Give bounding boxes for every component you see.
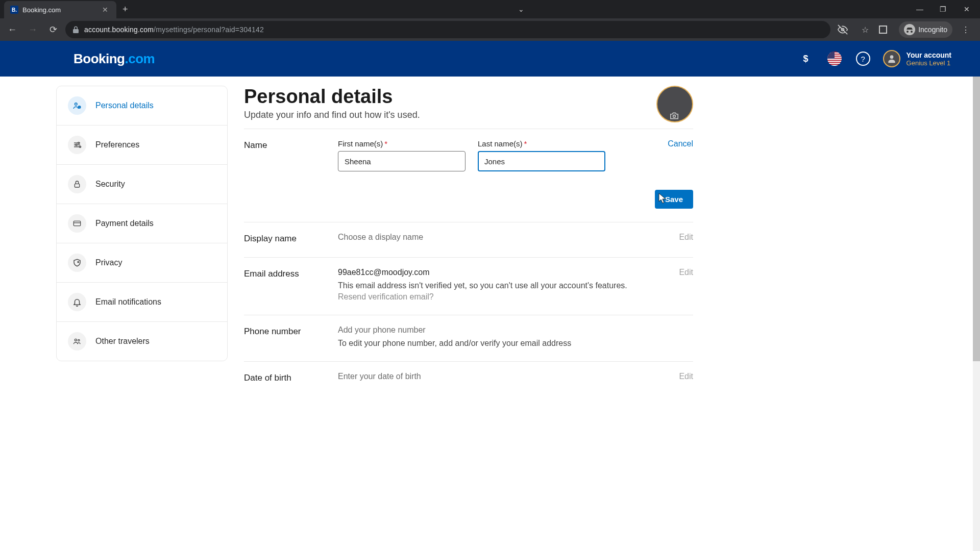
help-button[interactable]: ? [854, 50, 872, 67]
browser-tab[interactable]: B. Booking.com ✕ [4, 1, 116, 18]
phone-helper: To edit your phone number, add and/or ve… [338, 339, 643, 348]
back-button[interactable]: ← [4, 21, 20, 38]
first-name-input[interactable] [338, 151, 465, 171]
svg-point-10 [78, 261, 79, 262]
save-button-label: Save [665, 195, 683, 204]
section-label-dob: Date of birth [244, 372, 334, 383]
shield-icon [68, 254, 86, 272]
browser-toolbar: ← → ⟳ account.booking.com/mysettings/per… [0, 18, 980, 41]
bell-icon [68, 293, 86, 311]
user-plus-icon [68, 96, 86, 115]
lock-icon [72, 26, 79, 33]
svg-point-3 [75, 103, 78, 106]
edit-email[interactable]: Edit [679, 268, 693, 277]
section-phone: Phone number Add your phone number To ed… [244, 315, 693, 361]
sliders-icon [68, 136, 86, 154]
sidebar-item-payment[interactable]: Payment details [57, 204, 227, 243]
sidebar-item-preferences[interactable]: Preferences [57, 126, 227, 165]
save-button[interactable]: Save [655, 190, 693, 209]
sidebar-item-label: Preferences [95, 140, 139, 149]
sidebar-item-security[interactable]: Security [57, 165, 227, 204]
scrollbar-thumb[interactable] [973, 77, 980, 361]
svg-point-7 [80, 146, 81, 147]
url-text: account.booking.com/mysettings/personal?… [84, 26, 264, 34]
account-menu[interactable]: Your account Genius Level 1 [883, 50, 951, 67]
eye-off-icon[interactable] [838, 24, 852, 35]
display-name-placeholder: Choose a display name [338, 233, 423, 241]
browser-chrome: B. Booking.com ✕ + ⌄ ― ❐ ✕ ← → ⟳ account… [0, 0, 980, 41]
close-icon[interactable]: ✕ [100, 6, 110, 14]
favicon: B. [10, 6, 18, 14]
section-dob: Date of birth Enter your date of birth E… [244, 361, 693, 396]
svg-point-5 [78, 142, 80, 144]
settings-sidebar: Personal details Preferences Security Pa… [56, 86, 228, 361]
svg-rect-9 [74, 221, 80, 226]
incognito-indicator[interactable]: Incognito [899, 21, 952, 38]
svg-rect-1 [879, 26, 887, 33]
edit-dob[interactable]: Edit [679, 372, 693, 381]
account-name: Your account [906, 51, 951, 59]
resend-verification-link[interactable]: Resend verification email? [338, 292, 643, 302]
tab-bar: B. Booking.com ✕ + ⌄ ― ❐ ✕ [0, 0, 980, 18]
section-display-name: Display name Choose a display name Edit [244, 222, 693, 257]
email-helper: This email address isn't verified yet, s… [338, 281, 643, 290]
section-label-phone: Phone number [244, 325, 334, 337]
logo[interactable]: Booking.com [74, 51, 155, 67]
avatar [883, 50, 900, 67]
tabs-dropdown-icon[interactable]: ⌄ [513, 5, 529, 13]
section-label-name: Name [244, 139, 334, 151]
phone-placeholder: Add your phone number [338, 325, 643, 335]
incognito-icon [904, 24, 915, 35]
language-button[interactable] [826, 50, 843, 67]
sidebar-item-other-travelers[interactable]: Other travelers [57, 322, 227, 361]
section-email: Email address 99ae81cc@moodjoy.com This … [244, 257, 693, 315]
dob-placeholder: Enter your date of birth [338, 372, 421, 381]
profile-photo-button[interactable] [656, 86, 693, 122]
email-value: 99ae81cc@moodjoy.com [338, 268, 643, 277]
minimize-button[interactable]: ― [909, 1, 931, 17]
extensions-icon[interactable] [878, 25, 893, 34]
last-name-label: Last name(s)* [478, 139, 605, 148]
edit-display-name[interactable]: Edit [679, 233, 693, 241]
svg-point-13 [673, 115, 676, 117]
currency-button[interactable]: $ [797, 50, 815, 67]
section-name: Name First name(s)* Last name(s)* [244, 129, 693, 222]
svg-point-6 [76, 144, 77, 146]
section-label-email: Email address [244, 268, 334, 279]
svg-point-2 [890, 55, 893, 59]
camera-icon [656, 110, 693, 122]
forward-button[interactable]: → [24, 21, 41, 38]
reload-button[interactable]: ⟳ [45, 21, 61, 38]
site-header: Booking.com $ ? Your account Genius Leve… [0, 41, 980, 77]
sidebar-item-personal-details[interactable]: Personal details [57, 86, 227, 126]
page-body: Personal details Preferences Security Pa… [0, 77, 980, 551]
sidebar-item-privacy[interactable]: Privacy [57, 243, 227, 283]
window-controls: ― ❐ ✕ [909, 1, 980, 17]
sidebar-item-email-notifications[interactable]: Email notifications [57, 283, 227, 322]
credit-card-icon [68, 214, 86, 233]
last-name-input[interactable] [478, 151, 605, 171]
cancel-link[interactable]: Cancel [668, 139, 693, 148]
address-bar[interactable]: account.booking.com/mysettings/personal?… [65, 21, 830, 38]
main-content: Personal details Update your info and fi… [244, 86, 693, 551]
close-window-button[interactable]: ✕ [955, 1, 978, 17]
menu-icon[interactable]: ⋮ [959, 25, 973, 35]
sidebar-item-label: Email notifications [95, 297, 161, 307]
sidebar-item-label: Personal details [95, 101, 154, 110]
star-icon[interactable]: ☆ [858, 25, 872, 35]
lock-icon [68, 175, 86, 193]
sidebar-item-label: Security [95, 180, 125, 189]
sidebar-item-label: Privacy [95, 258, 122, 267]
svg-point-12 [78, 339, 80, 341]
section-label-display-name: Display name [244, 233, 334, 244]
maximize-button[interactable]: ❐ [932, 1, 954, 17]
page-title: Personal details [244, 86, 646, 108]
first-name-label: First name(s)* [338, 139, 465, 148]
scrollbar[interactable] [973, 77, 980, 551]
incognito-label: Incognito [918, 26, 947, 34]
people-icon [68, 332, 86, 350]
page-subtitle: Update your info and find out how it's u… [244, 110, 646, 120]
sidebar-item-label: Payment details [95, 219, 154, 228]
sidebar-item-label: Other travelers [95, 337, 150, 346]
new-tab-button[interactable]: + [116, 4, 134, 15]
